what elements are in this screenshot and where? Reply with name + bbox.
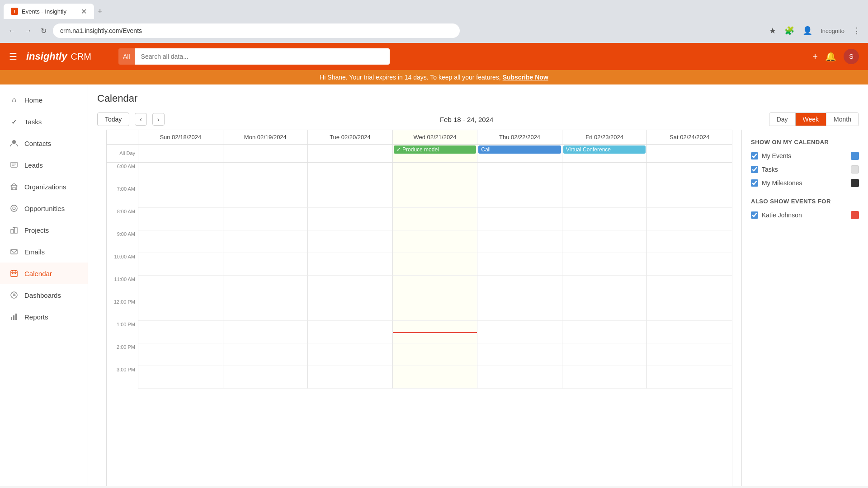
produce-model-event[interactable]: ✓ Produce model — [394, 145, 476, 154]
week-view-btn[interactable]: Week — [796, 113, 827, 126]
cell-fri-1pm[interactable] — [562, 321, 647, 343]
menu-icon[interactable]: ⋮ — [851, 24, 863, 38]
cell-sun-6am[interactable] — [138, 163, 223, 185]
profile-icon[interactable]: 👤 — [801, 24, 814, 38]
cell-sun-10am[interactable] — [138, 253, 223, 276]
cell-sun-11am[interactable] — [138, 276, 223, 298]
cell-sun-2pm[interactable] — [138, 343, 223, 366]
cell-fri-7am[interactable] — [562, 185, 647, 208]
cell-wed-9am[interactable] — [393, 230, 478, 253]
sidebar-item-emails[interactable]: Emails — [0, 241, 88, 263]
cell-sun-3pm[interactable] — [138, 366, 223, 389]
forward-button[interactable]: → — [22, 25, 34, 37]
my-milestones-checkbox[interactable] — [751, 179, 758, 187]
cell-mon-7am[interactable] — [223, 185, 308, 208]
cell-sun-7am[interactable] — [138, 185, 223, 208]
cell-thu-2pm[interactable] — [477, 343, 562, 366]
sidebar-item-opportunities[interactable]: Opportunities — [0, 197, 88, 219]
bookmark-icon[interactable]: ★ — [767, 24, 778, 38]
cell-mon-1pm[interactable] — [223, 321, 308, 343]
cell-thu-8am[interactable] — [477, 208, 562, 230]
cell-fri-11am[interactable] — [562, 276, 647, 298]
cell-wed-12pm[interactable] — [393, 298, 478, 321]
cell-tue-7am[interactable] — [308, 185, 393, 208]
virtual-conference-event[interactable]: Virtual Conference — [563, 145, 646, 154]
cell-tue-8am[interactable] — [308, 208, 393, 230]
cell-mon-12pm[interactable] — [223, 298, 308, 321]
cell-thu-11am[interactable] — [477, 276, 562, 298]
cell-wed-3pm[interactable] — [393, 366, 478, 389]
cell-sun-9am[interactable] — [138, 230, 223, 253]
cell-fri-8am[interactable] — [562, 208, 647, 230]
next-week-btn[interactable]: › — [152, 113, 165, 126]
cell-mon-11am[interactable] — [223, 276, 308, 298]
sidebar-item-leads[interactable]: Leads — [0, 154, 88, 176]
call-event[interactable]: Call — [478, 145, 561, 154]
tab-close-btn[interactable]: ✕ — [81, 7, 87, 16]
search-input[interactable] — [135, 48, 390, 65]
active-tab[interactable]: I Events - Insightly ✕ — [4, 4, 94, 19]
cell-sat-8am[interactable] — [647, 208, 732, 230]
cell-sat-12pm[interactable] — [647, 298, 732, 321]
cell-mon-10am[interactable] — [223, 253, 308, 276]
cell-fri-6am[interactable] — [562, 163, 647, 185]
cell-mon-9am[interactable] — [223, 230, 308, 253]
cell-mon-3pm[interactable] — [223, 366, 308, 389]
sidebar-item-home[interactable]: ⌂ Home — [0, 89, 88, 111]
cell-mon-6am[interactable] — [223, 163, 308, 185]
cell-wed-8am[interactable] — [393, 208, 478, 230]
cell-tue-12pm[interactable] — [308, 298, 393, 321]
sidebar-item-projects[interactable]: Projects — [0, 219, 88, 241]
cell-sat-7am[interactable] — [647, 185, 732, 208]
sidebar-item-organizations[interactable]: Organizations — [0, 176, 88, 197]
cell-wed-10am[interactable] — [393, 253, 478, 276]
cell-sat-9am[interactable] — [647, 230, 732, 253]
new-tab-button[interactable]: + — [94, 7, 106, 16]
sidebar-item-tasks[interactable]: ✓ Tasks — [0, 111, 88, 132]
sidebar-item-contacts[interactable]: Contacts — [0, 132, 88, 154]
cell-wed-11am[interactable] — [393, 276, 478, 298]
cell-fri-9am[interactable] — [562, 230, 647, 253]
cell-wed-6am[interactable] — [393, 163, 478, 185]
cell-thu-9am[interactable] — [477, 230, 562, 253]
cell-sat-1pm[interactable] — [647, 321, 732, 343]
day-view-btn[interactable]: Day — [769, 113, 796, 126]
cell-thu-6am[interactable] — [477, 163, 562, 185]
prev-week-btn[interactable]: ‹ — [135, 113, 147, 126]
cell-wed-2pm[interactable] — [393, 343, 478, 366]
address-bar[interactable] — [53, 23, 460, 38]
cell-fri-12pm[interactable] — [562, 298, 647, 321]
cell-mon-2pm[interactable] — [223, 343, 308, 366]
tasks-checkbox[interactable] — [751, 166, 758, 173]
back-button[interactable]: ← — [5, 25, 18, 37]
my-events-checkbox[interactable] — [751, 152, 758, 160]
notifications-bell[interactable]: 🔔 — [825, 51, 836, 62]
cell-fri-3pm[interactable] — [562, 366, 647, 389]
subscribe-link[interactable]: Subscribe Now — [503, 74, 548, 81]
cell-sat-10am[interactable] — [647, 253, 732, 276]
reload-button[interactable]: ↻ — [38, 25, 49, 37]
extensions-icon[interactable]: 🧩 — [783, 24, 796, 38]
cell-tue-9am[interactable] — [308, 230, 393, 253]
cell-wed-1pm[interactable] — [393, 321, 478, 343]
search-prefix-btn[interactable]: All — [118, 48, 135, 65]
user-avatar[interactable]: S — [844, 49, 859, 64]
cell-tue-6am[interactable] — [308, 163, 393, 185]
cell-thu-7am[interactable] — [477, 185, 562, 208]
cell-thu-3pm[interactable] — [477, 366, 562, 389]
cell-wed-7am[interactable] — [393, 185, 478, 208]
hamburger-menu[interactable]: ☰ — [9, 51, 17, 62]
cell-sat-11am[interactable] — [647, 276, 732, 298]
cell-fri-10am[interactable] — [562, 253, 647, 276]
cell-sat-2pm[interactable] — [647, 343, 732, 366]
cell-thu-1pm[interactable] — [477, 321, 562, 343]
month-view-btn[interactable]: Month — [826, 113, 859, 126]
sidebar-item-reports[interactable]: Reports — [0, 306, 88, 328]
cell-sun-8am[interactable] — [138, 208, 223, 230]
cell-tue-3pm[interactable] — [308, 366, 393, 389]
cell-tue-11am[interactable] — [308, 276, 393, 298]
cell-thu-12pm[interactable] — [477, 298, 562, 321]
sidebar-item-calendar[interactable]: Calendar — [0, 263, 88, 284]
cell-sun-12pm[interactable] — [138, 298, 223, 321]
cell-tue-1pm[interactable] — [308, 321, 393, 343]
